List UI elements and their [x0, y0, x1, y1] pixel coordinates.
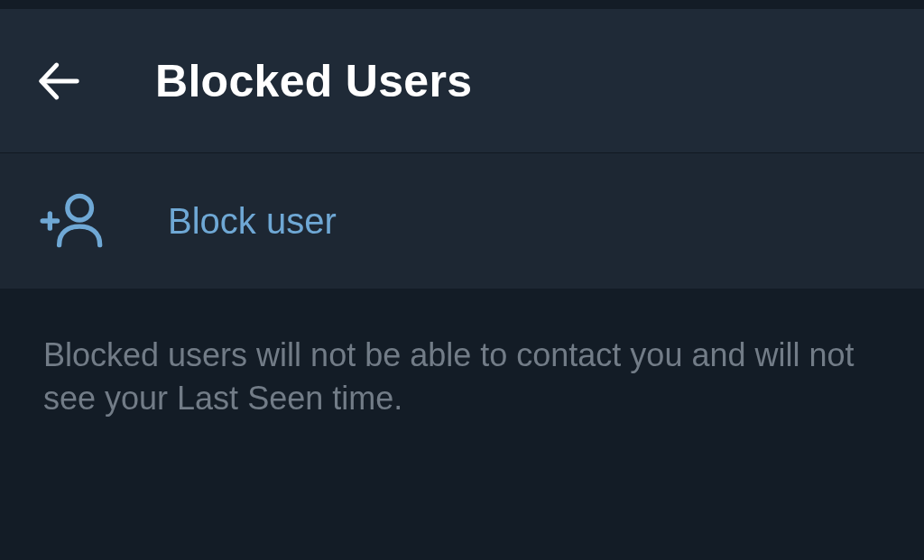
description-panel: Blocked users will not be able to contac…	[0, 289, 924, 446]
svg-point-1	[68, 196, 92, 220]
description-text: Blocked users will not be able to contac…	[43, 334, 881, 419]
back-button[interactable]	[34, 57, 83, 106]
block-user-button[interactable]: Block user	[0, 153, 924, 289]
status-bar	[0, 0, 924, 9]
add-user-icon	[36, 183, 112, 259]
block-user-label: Block user	[168, 201, 337, 242]
page-title: Blocked Users	[155, 55, 472, 107]
header-bar: Blocked Users	[0, 9, 924, 153]
arrow-left-icon	[34, 57, 83, 106]
